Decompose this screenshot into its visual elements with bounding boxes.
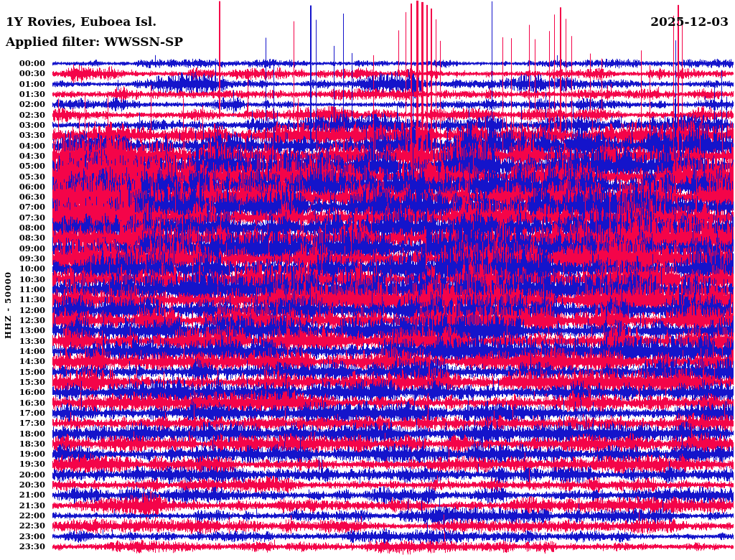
- time-label: 15:00: [0, 368, 45, 376]
- time-label: 22:30: [0, 521, 45, 530]
- time-label: 13:00: [0, 326, 45, 335]
- time-label: 11:30: [0, 295, 45, 304]
- time-label: 16:30: [0, 398, 45, 407]
- time-label: 18:30: [0, 439, 45, 448]
- time-label: 00:30: [0, 69, 45, 78]
- time-label: 20:00: [0, 470, 45, 479]
- time-label: 11:00: [0, 285, 45, 294]
- time-label: 05:00: [0, 162, 45, 170]
- time-label: 08:00: [0, 223, 45, 232]
- time-label: 01:30: [0, 90, 45, 98]
- time-label: 12:30: [0, 316, 45, 325]
- time-label: 09:30: [0, 254, 45, 263]
- time-label: 21:00: [0, 490, 45, 499]
- time-label: 02:30: [0, 111, 45, 119]
- time-label: 10:00: [0, 264, 45, 273]
- time-label: 14:30: [0, 357, 45, 365]
- time-label: 04:30: [0, 151, 45, 160]
- time-label: 17:30: [0, 419, 45, 427]
- filter-label: Applied filter: WWSSN-SP: [6, 34, 183, 49]
- time-label: 18:00: [0, 429, 45, 438]
- time-label: 03:00: [0, 121, 45, 129]
- time-label: 16:00: [0, 388, 45, 396]
- date-label: 2025-12-03: [650, 14, 729, 29]
- time-label: 07:00: [0, 202, 45, 211]
- time-label: 07:30: [0, 213, 45, 222]
- time-label: 13:30: [0, 337, 45, 345]
- time-label: 06:30: [0, 192, 45, 201]
- time-label: 01:00: [0, 80, 45, 88]
- time-label: 21:30: [0, 501, 45, 510]
- time-label: 00:00: [0, 59, 45, 67]
- time-label: 02:00: [0, 100, 45, 108]
- helicorder-canvas: [0, 0, 735, 560]
- time-label: 17:00: [0, 409, 45, 417]
- time-label: 23:00: [0, 532, 45, 541]
- helicorder-page: 1Y Rovies, Euboea Isl. Applied filter: W…: [0, 0, 735, 560]
- station-title: 1Y Rovies, Euboea Isl.: [6, 14, 156, 29]
- time-label: 22:00: [0, 511, 45, 520]
- time-label: 04:00: [0, 141, 45, 150]
- time-label: 09:00: [0, 244, 45, 253]
- time-label: 20:30: [0, 480, 45, 489]
- time-label: 12:00: [0, 306, 45, 314]
- time-label: 19:00: [0, 449, 45, 458]
- time-label: 06:00: [0, 182, 45, 191]
- time-label: 05:30: [0, 172, 45, 181]
- time-label: 19:30: [0, 459, 45, 468]
- time-label: 08:30: [0, 233, 45, 242]
- time-label: 14:00: [0, 347, 45, 355]
- time-label: 10:30: [0, 275, 45, 284]
- time-label: 23:30: [0, 542, 45, 551]
- time-label: 15:30: [0, 378, 45, 386]
- time-label: 03:30: [0, 131, 45, 139]
